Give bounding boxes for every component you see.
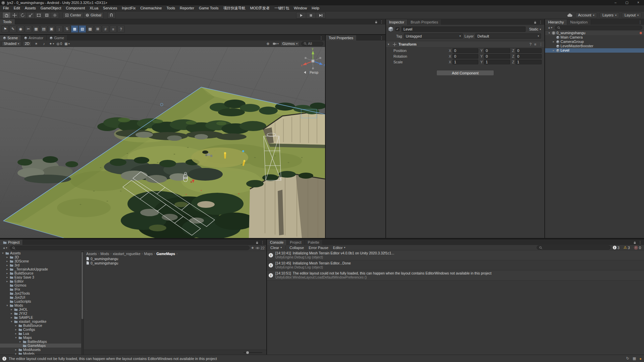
folder-tree-item[interactable]: ▾ Assets	[0, 251, 84, 255]
folder-tree-item[interactable]: LuaScripts	[0, 299, 84, 303]
gizmos-dropdown[interactable]: Gizmos▾	[280, 41, 300, 46]
hierarchy-search-input[interactable]	[555, 25, 642, 30]
scale-tool-icon[interactable]	[26, 12, 35, 18]
breadcrumb-item[interactable]: Mods	[101, 252, 109, 256]
scene-search-input[interactable]: All	[301, 42, 323, 46]
picker-tool-icon[interactable]: ◉	[17, 25, 24, 33]
console-log-entry[interactable]: ! [14:10:45]Initializing Mesh Terrain Ed…	[267, 260, 644, 270]
foldout-icon[interactable]: ▸	[10, 315, 13, 319]
folder-tree-item[interactable]: ▸ ModAssets	[0, 348, 84, 352]
folder-tree-item[interactable]: ▸ Models	[0, 352, 84, 355]
folder-tree-item[interactable]: Jyx2Tools	[0, 291, 84, 295]
scene-canvas[interactable]: y x z Persp	[0, 47, 325, 238]
scene-lighting-icon[interactable]: ☀	[33, 41, 39, 46]
tool-handle-icon[interactable]: ⊕	[265, 41, 271, 46]
scene-audio-icon[interactable]: ♪	[41, 41, 47, 46]
folder-tree-item[interactable]: ▸ BattlesMaps	[0, 340, 84, 344]
folder-tree-item[interactable]: ▸ Editor	[0, 279, 84, 283]
folder-tree-item[interactable]: ▸ Easy Save 3	[0, 275, 84, 279]
console-tab[interactable]: Console	[267, 240, 287, 245]
hierarchy-item[interactable]: ▸ CameraGroup	[545, 40, 644, 44]
rect-tool-icon[interactable]	[35, 12, 43, 18]
account-dropdown[interactable]: Account▾	[575, 12, 597, 18]
close-button[interactable]: ×	[633, 0, 644, 5]
tree-scrollbar[interactable]	[81, 251, 84, 355]
folder-tree-item[interactable]: Gizmos	[0, 283, 84, 287]
foldout-icon[interactable]: ▾	[6, 303, 9, 307]
vector-component-field[interactable]: Y 0	[480, 48, 510, 53]
grid-tool-icon[interactable]: ▦	[33, 25, 40, 33]
add-component-button[interactable]: Add Component	[436, 70, 494, 76]
breadcrumb-item[interactable]: Maps	[144, 252, 153, 256]
grid-snap-icon[interactable]	[107, 12, 116, 18]
foldout-icon[interactable]: ▸	[6, 279, 9, 283]
wire-grid-tool-icon[interactable]: ▧	[79, 25, 86, 33]
draw-tool-icon[interactable]: ✎	[9, 25, 16, 33]
warning-count-toggle[interactable]: ⚠ 3	[622, 245, 632, 250]
project-search-input[interactable]	[10, 246, 249, 250]
menu-item[interactable]: Assets	[22, 5, 38, 11]
foldout-icon[interactable]: ▸	[6, 259, 9, 263]
move-tool-icon[interactable]	[10, 12, 19, 18]
flag-tool-icon[interactable]: ⚑	[2, 25, 9, 33]
icon-size-slider[interactable]	[244, 352, 262, 353]
create-asset-button[interactable]: +▾	[2, 246, 8, 250]
folder-tree-item[interactable]: ▾ xiastart_roguelike	[0, 319, 84, 323]
folder-tree-item[interactable]: ▸ _TerrainAutoUpgrade	[0, 267, 84, 271]
status-message[interactable]: The editor layout could not be fully loa…	[9, 357, 217, 361]
foldout-icon[interactable]: ▸	[19, 340, 22, 344]
folder-tree-item[interactable]: Jyx2UI	[0, 295, 84, 299]
menu-item[interactable]: InjectFix	[119, 5, 138, 11]
foldout-icon[interactable]: ▸	[10, 307, 13, 311]
foldout-icon[interactable]: ▸	[6, 271, 9, 275]
clear-button[interactable]: Clear▾	[268, 245, 284, 250]
foldout-icon[interactable]: ▸	[14, 327, 17, 331]
foldout-icon[interactable]: ▸	[552, 40, 555, 44]
view-hand-tool-icon[interactable]	[2, 12, 11, 18]
build-status-icon[interactable]: ▦	[633, 356, 636, 361]
inspector-tab[interactable]: Inspector	[386, 19, 408, 25]
panel-menu-icon[interactable]: ⋮	[319, 36, 323, 40]
tab-tools[interactable]: Tools	[0, 19, 15, 24]
menu-item[interactable]: 一键打包	[272, 5, 291, 11]
erase-tool-icon[interactable]: ⊠	[94, 25, 101, 33]
panel-menu-icon[interactable]: ⋮	[539, 20, 542, 24]
tab-tool-properties[interactable]: Tool Properties	[326, 35, 357, 41]
lock-icon[interactable]	[375, 20, 378, 23]
custom-tool-icon[interactable]	[51, 12, 59, 18]
menu-item[interactable]: Services	[101, 5, 119, 11]
pivot-toggle-button[interactable]: Center	[63, 12, 84, 18]
vector-component-field[interactable]: X 1	[449, 60, 478, 64]
folder-tree-item[interactable]: ▸ BuildSource	[0, 323, 84, 327]
hierarchy-item[interactable]: ▸ Level	[545, 48, 644, 53]
tag-dropdown[interactable]: Untagged▾	[404, 34, 463, 39]
mesh-grid-tool-icon[interactable]: ▦	[71, 25, 78, 33]
menu-item[interactable]: Cinemachine	[138, 5, 164, 11]
persp-label[interactable]: Persp	[310, 71, 319, 74]
vector-component-field[interactable]: X 0	[449, 54, 478, 59]
cloud-collab-icon[interactable]	[567, 13, 573, 17]
menu-item[interactable]: Reporter	[177, 5, 197, 11]
transform-component-header[interactable]: ▾ Transform ? ≡ ⋮	[386, 41, 544, 48]
scene-view-tab[interactable]: Game	[47, 35, 67, 41]
help-icon[interactable]: ?	[117, 25, 124, 33]
folder-tree-item[interactable]: ▾ Maps	[0, 336, 84, 340]
panel-menu-icon[interactable]: ⋮	[638, 240, 642, 245]
menu-item[interactable]: File	[1, 5, 11, 11]
panel-menu-icon[interactable]: ⋮	[380, 36, 383, 40]
foldout-icon[interactable]: ▸	[14, 323, 17, 327]
folder-tree-item[interactable]: ▸ Configs	[0, 327, 84, 331]
scene-view-tab[interactable]: Animator	[21, 35, 47, 41]
folder-tree-item[interactable]: ▸ 3D	[0, 255, 84, 259]
component-menu-icon[interactable]: ⋮	[539, 42, 543, 47]
folder-tree-item[interactable]: ▸ JYX2	[0, 311, 84, 315]
transform-tool-icon[interactable]	[43, 12, 51, 18]
block-tool-icon[interactable]: ▩	[87, 25, 94, 33]
hierarchy-item[interactable]: LevelMasterBooster	[545, 44, 644, 48]
foldout-icon[interactable]: ▸	[14, 352, 17, 355]
menu-item[interactable]: MOD开发者	[248, 5, 272, 11]
scene-viewport[interactable]: y x z Persp	[0, 47, 325, 238]
help-icon[interactable]: ?	[529, 42, 531, 46]
foldout-icon[interactable]: ▾	[10, 319, 13, 323]
foldout-icon[interactable]: ▸	[14, 348, 17, 352]
